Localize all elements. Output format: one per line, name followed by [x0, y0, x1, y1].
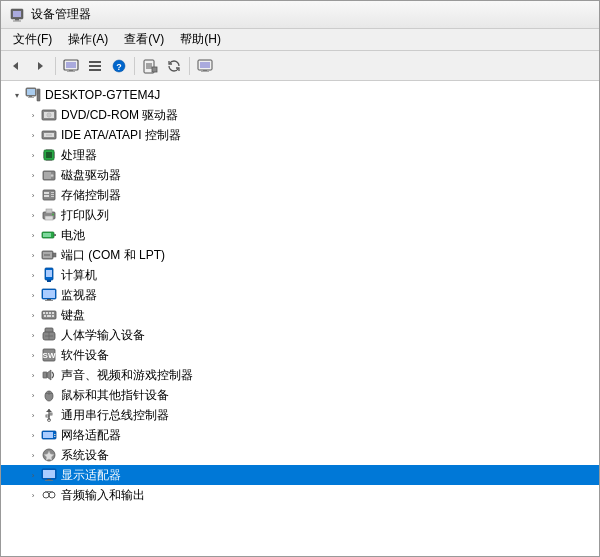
item-label-network: 网络适配器	[61, 427, 121, 444]
print-icon	[41, 207, 57, 223]
svg-rect-102	[43, 432, 53, 438]
toolbar-sep-2	[134, 57, 135, 75]
tree-item-audioio[interactable]: ›音频输入和输出	[1, 485, 599, 505]
computer-button[interactable]	[60, 55, 82, 77]
ide-icon	[41, 127, 57, 143]
svg-rect-85	[47, 315, 51, 317]
properties-button[interactable]	[139, 55, 161, 77]
svg-rect-3	[13, 20, 21, 21]
software-icon: SW	[41, 347, 57, 363]
mouse-icon	[41, 387, 57, 403]
svg-rect-78	[45, 300, 53, 301]
svg-rect-81	[46, 312, 48, 314]
tree-item-cpu[interactable]: ›处理器	[1, 145, 599, 165]
tree-item-network[interactable]: ›网络适配器	[1, 425, 599, 445]
toolbar-sep-1	[55, 57, 56, 75]
svg-rect-71	[53, 253, 56, 257]
svg-rect-1	[13, 11, 21, 17]
menu-view[interactable]: 查看(V)	[116, 29, 172, 50]
system-icon	[41, 447, 57, 463]
svg-rect-99	[50, 413, 52, 415]
monitor-icon	[41, 287, 57, 303]
tree-item-system[interactable]: ›系统设备	[1, 445, 599, 465]
item-label-audio: 声音、视频和游戏控制器	[61, 367, 193, 384]
expand-icon-usb: ›	[25, 407, 41, 423]
tree-root[interactable]: ▾ DESKTOP-G7TEM4J	[1, 85, 599, 105]
help-button[interactable]: ?	[108, 55, 130, 77]
pc-icon	[41, 267, 57, 283]
svg-rect-104	[54, 436, 56, 437]
menu-action[interactable]: 操作(A)	[60, 29, 116, 50]
list-button[interactable]	[84, 55, 106, 77]
tree-item-hid[interactable]: ›人体学输入设备	[1, 325, 599, 345]
tree-item-usb[interactable]: ›通用串行总线控制器	[1, 405, 599, 425]
title-bar-icon	[9, 7, 25, 23]
svg-rect-76	[43, 290, 55, 298]
svg-rect-25	[28, 97, 34, 98]
tree-item-keyboard[interactable]: ›键盘	[1, 305, 599, 325]
audioio-icon	[41, 487, 57, 503]
svg-rect-107	[43, 470, 55, 478]
expand-icon-mouse: ›	[25, 387, 41, 403]
menu-file[interactable]: 文件(F)	[5, 29, 60, 50]
svg-text:?: ?	[116, 62, 122, 72]
tree-item-software[interactable]: ›SW软件设备	[1, 345, 599, 365]
menu-help[interactable]: 帮助(H)	[172, 29, 229, 50]
item-label-port: 端口 (COM 和 LPT)	[61, 247, 165, 264]
device-manager-window: 设备管理器 文件(F) 操作(A) 查看(V) 帮助(H)	[0, 0, 600, 557]
tree-item-storage[interactable]: ›存储控制器	[1, 185, 599, 205]
svg-rect-37	[46, 152, 52, 158]
svg-rect-93	[43, 372, 47, 378]
tree-item-dvd[interactable]: ›DVD/CD-ROM 驱动器	[1, 105, 599, 125]
svg-rect-65	[43, 233, 51, 237]
item-label-audioio: 音频输入和输出	[61, 487, 145, 504]
tree-item-print[interactable]: ›打印队列	[1, 205, 599, 225]
svg-point-62	[52, 214, 54, 216]
item-label-cpu: 处理器	[61, 147, 97, 164]
refresh-button[interactable]	[163, 55, 185, 77]
tree-item-monitor[interactable]: ›监视器	[1, 285, 599, 305]
svg-rect-5	[66, 62, 76, 68]
keyboard-icon	[41, 307, 57, 323]
svg-rect-64	[54, 234, 56, 236]
svg-rect-24	[29, 96, 32, 97]
tree-item-port[interactable]: ›端口 (COM 和 LPT)	[1, 245, 599, 265]
svg-point-52	[51, 174, 54, 177]
tree-item-pc[interactable]: ›计算机	[1, 265, 599, 285]
svg-rect-54	[44, 192, 49, 194]
tree-item-ide[interactable]: ›IDE ATA/ATAPI 控制器	[1, 125, 599, 145]
title-bar-text: 设备管理器	[31, 6, 91, 23]
expand-icon-ide: ›	[25, 127, 41, 143]
monitor-button[interactable]	[194, 55, 216, 77]
cpu-icon	[41, 147, 57, 163]
item-label-usb: 通用串行总线控制器	[61, 407, 169, 424]
expand-icon-disk: ›	[25, 167, 41, 183]
svg-point-32	[48, 114, 50, 116]
svg-rect-21	[201, 71, 209, 72]
svg-rect-51	[44, 172, 51, 179]
svg-rect-80	[43, 312, 45, 314]
tree-item-battery[interactable]: ›电池	[1, 225, 599, 245]
svg-rect-20	[203, 70, 207, 71]
svg-rect-55	[44, 195, 49, 197]
forward-button[interactable]	[29, 55, 51, 77]
tree-item-display[interactable]: ›显示适配器	[1, 465, 599, 485]
root-expand-icon: ▾	[9, 87, 25, 103]
svg-rect-82	[49, 312, 51, 314]
svg-point-68	[44, 254, 46, 256]
expand-icon-software: ›	[25, 347, 41, 363]
item-label-storage: 存储控制器	[61, 187, 121, 204]
expand-icon-print: ›	[25, 207, 41, 223]
disk-icon	[41, 167, 57, 183]
svg-rect-108	[47, 479, 51, 480]
back-button[interactable]	[5, 55, 27, 77]
item-label-system: 系统设备	[61, 447, 109, 464]
audio-icon	[41, 367, 57, 383]
network-icon	[41, 427, 57, 443]
tree-item-audio[interactable]: ›声音、视频和游戏控制器	[1, 365, 599, 385]
tree-item-mouse[interactable]: ›鼠标和其他指针设备	[1, 385, 599, 405]
item-label-mouse: 鼠标和其他指针设备	[61, 387, 169, 404]
svg-rect-60	[46, 209, 52, 213]
svg-rect-9	[89, 65, 101, 67]
tree-item-disk[interactable]: ›磁盘驱动器	[1, 165, 599, 185]
